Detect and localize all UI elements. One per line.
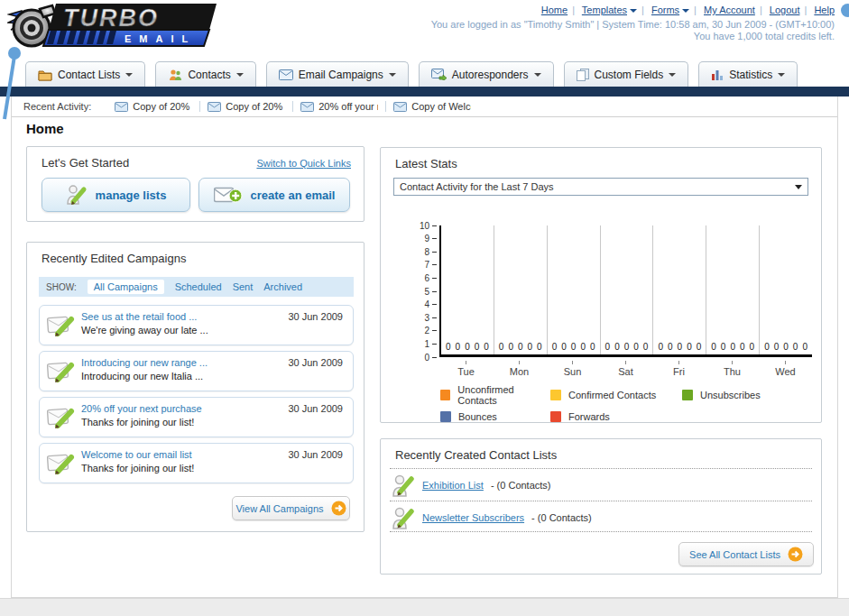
header-link-home[interactable]: Home xyxy=(541,5,568,15)
recent-activity-item[interactable]: Copy of Welcome to xyxy=(386,101,478,112)
bar-value-label: 0 xyxy=(552,342,558,352)
chevron-down-icon xyxy=(630,9,637,13)
bar-value-label: 0 xyxy=(465,342,470,352)
legend-item: Bounces xyxy=(440,411,550,422)
bar-chart-icon xyxy=(711,69,724,80)
campaign-title-link[interactable]: Introducing our new range ... xyxy=(81,357,208,368)
corner-dot-decoration xyxy=(841,4,849,17)
bar-value-label: 0 xyxy=(793,342,798,352)
campaign-subtitle: Thanks for joining our list! xyxy=(81,417,194,428)
chart-day-label: Wed xyxy=(759,361,812,377)
chart-day-group: 00000 xyxy=(441,225,494,354)
tab-autoresponders[interactable]: Autoresponders xyxy=(419,61,554,87)
bar-value-label: 0 xyxy=(678,342,683,352)
chart-day-label: Sat xyxy=(599,361,652,377)
campaign-title-link[interactable]: 20% off your next purchase xyxy=(81,403,202,414)
header-link-templates[interactable]: Templates xyxy=(582,5,627,15)
campaigns-title: Recently Edited Campaigns xyxy=(42,252,186,265)
bar-value-label: 0 xyxy=(730,342,735,352)
campaign-date: 30 Jun 2009 xyxy=(288,403,343,414)
main-content: Recent Activity: Copy of 20% off yo Copy… xyxy=(11,97,838,598)
recent-activity-item[interactable]: Copy of 20% off yo xyxy=(107,101,200,112)
legend-swatch xyxy=(440,390,450,400)
bar-value-label: 0 xyxy=(687,342,692,352)
latest-stats-panel: Latest Stats Contact Activity for the La… xyxy=(380,147,822,423)
chart-day-labels: TueMonSunSatFriThuWed xyxy=(439,361,812,377)
see-all-contact-lists-button[interactable]: See All Contact Lists xyxy=(678,542,814,566)
contact-lists-panel: Recently Created Contact Lists Exhibitio… xyxy=(380,438,822,575)
envelope-icon xyxy=(208,102,221,112)
bar-value-label: 0 xyxy=(721,342,726,352)
bar-value-label: 0 xyxy=(561,342,567,352)
envelope-pencil-icon xyxy=(47,360,76,384)
main-navigation: Contact Lists Contacts Email Campaigns A… xyxy=(25,61,798,87)
tab-email-campaigns[interactable]: Email Campaigns xyxy=(266,61,409,87)
envelope-icon xyxy=(279,69,293,80)
get-started-title: Let's Get Started xyxy=(42,156,129,170)
dotted-divider xyxy=(390,501,812,501)
bar-value-label: 0 xyxy=(475,342,480,352)
latest-stats-title: Latest Stats xyxy=(395,157,457,170)
campaign-date: 30 Jun 2009 xyxy=(288,449,343,460)
header-link-my-account[interactable]: My Account xyxy=(704,5,755,15)
campaign-subtitle: Introducing our new Italia ... xyxy=(81,371,203,382)
bar-value-label: 0 xyxy=(528,342,533,352)
campaign-date: 30 Jun 2009 xyxy=(288,311,343,322)
chart-day-group: 00000 xyxy=(548,225,601,354)
contact-list-item: Exhibition List - (0 Contacts) xyxy=(392,473,551,497)
manage-lists-button[interactable]: manage lists xyxy=(42,178,190,212)
contact-list-name-link[interactable]: Exhibition List xyxy=(422,480,484,491)
bar-value-label: 0 xyxy=(764,342,770,352)
blue-pin-decoration xyxy=(0,45,23,123)
envelope-pencil-icon xyxy=(47,406,76,430)
header-link-logout[interactable]: Logout xyxy=(770,5,800,15)
chart-legend: Unconfirmed ContactsConfirmed ContactsUn… xyxy=(440,384,812,422)
logo-brand-subtext: EMAIL xyxy=(125,33,196,44)
tab-custom-fields[interactable]: Custom Fields xyxy=(564,61,689,87)
bar-value-label: 0 xyxy=(590,342,595,352)
bar-value-label: 0 xyxy=(484,342,489,352)
y-tick: 8 xyxy=(424,246,437,257)
envelope-icon xyxy=(300,102,314,112)
tab-contact-lists[interactable]: Contact Lists xyxy=(25,61,145,87)
campaign-subtitle: Thanks for joining our list! xyxy=(81,463,194,473)
legend-label: Unconfirmed Contacts xyxy=(457,384,550,406)
filter-archived[interactable]: Archived xyxy=(263,281,302,292)
campaign-subtitle: We're giving away our late ... xyxy=(81,325,208,336)
chart-day-group: 00000 xyxy=(653,225,706,354)
chevron-down-icon xyxy=(669,73,676,77)
bar-value-label: 0 xyxy=(697,342,702,352)
y-tick: 2 xyxy=(424,326,437,336)
y-tick: 1 xyxy=(424,338,437,349)
y-tick: 7 xyxy=(424,260,437,271)
legend-item: Unconfirmed Contacts xyxy=(440,384,550,406)
header-link-forms[interactable]: Forms xyxy=(651,5,679,15)
get-started-panel: Let's Get Started Switch to Quick Links … xyxy=(26,146,365,222)
bar-value-label: 0 xyxy=(643,342,649,352)
header-link-help[interactable]: Help xyxy=(814,5,835,15)
filter-sent[interactable]: Sent xyxy=(233,281,254,292)
tab-statistics[interactable]: Statistics xyxy=(698,61,798,87)
view-all-campaigns-button[interactable]: View All Campaigns xyxy=(232,496,350,520)
bar-value-label: 0 xyxy=(783,342,789,352)
envelope-icon xyxy=(393,102,407,112)
switch-to-quick-links[interactable]: Switch to Quick Links xyxy=(256,158,351,169)
filter-all-campaigns[interactable]: All Campaigns xyxy=(88,280,164,294)
stats-period-select[interactable]: Contact Activity for the Last 7 Days xyxy=(393,178,808,196)
campaign-title-link[interactable]: Welcome to our email list xyxy=(81,449,192,460)
campaign-title-link[interactable]: See us at the retail food ... xyxy=(81,311,197,322)
tab-contacts[interactable]: Contacts xyxy=(155,61,255,87)
campaign-filter-bar: SHOW: All Campaigns Scheduled Sent Archi… xyxy=(39,277,354,297)
envelope-icon xyxy=(115,102,128,112)
turbo-email-logo[interactable]: TURBO EMAIL xyxy=(7,2,224,49)
bar-value-label: 0 xyxy=(518,342,523,352)
person-pencil-icon xyxy=(392,473,415,497)
contact-list-name-link[interactable]: Newsletter Subscribers xyxy=(422,512,524,523)
recent-activity-item[interactable]: Copy of 20% off yo xyxy=(200,101,293,112)
recent-activity-item[interactable]: 20% off your next p xyxy=(293,101,386,112)
create-email-button[interactable]: create an email xyxy=(198,178,350,212)
chart-day-label: Tue xyxy=(439,361,493,377)
legend-label: Forwards xyxy=(568,411,610,422)
users-icon xyxy=(168,69,182,81)
filter-scheduled[interactable]: Scheduled xyxy=(175,281,222,292)
